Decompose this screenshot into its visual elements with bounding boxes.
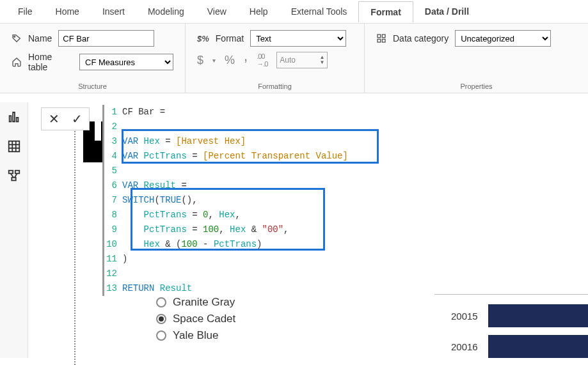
home-icon [12,57,22,67]
svg-rect-1 [377,35,381,38]
report-view-icon[interactable] [7,110,21,124]
group-label-formatting: Formatting [197,82,353,90]
code-line[interactable]: 5 [104,164,348,178]
code-line[interactable]: 11) [104,252,348,267]
currency-button[interactable]: $ [197,54,203,67]
menu-file[interactable]: File [6,1,44,22]
ribbon-tabs: FileHomeInsertModelingViewHelpExternal T… [0,0,588,23]
home-table-label: Home table [28,52,73,72]
data-category-select[interactable]: Uncategorized [455,30,551,47]
svg-rect-15 [12,178,15,181]
code-line[interactable]: 10 Hex & (100 - PctTrans) [104,237,348,252]
dax-editor[interactable]: 1CF Bar =23VAR Hex = [Harvest Hex]4VAR P… [102,105,348,296]
view-switcher [0,102,28,358]
radio-label: Granite Gray [173,296,235,309]
color-radio-list: Granite GraySpace CadetYale Blue [156,294,348,344]
data-view-icon[interactable] [7,139,21,153]
code-line[interactable]: 13RETURN Result [104,281,348,296]
svg-rect-13 [8,171,12,174]
code-line[interactable]: 3VAR Hex = [Harvest Hex] [104,134,348,149]
bar-fill [488,335,588,358]
svg-rect-4 [382,39,385,42]
model-view-icon[interactable] [7,169,21,183]
accept-formula-button[interactable]: ✓ [68,111,85,127]
svg-line-16 [10,173,13,177]
radio-label: Yale Blue [173,329,219,342]
code-line[interactable]: 2 [104,120,348,134]
resize-handle[interactable] [74,110,75,365]
svg-rect-6 [13,113,15,122]
ribbon-group-formatting: $% Format Text $ ▾ % , .00→.0 Auto ▲▼ Fo… [186,24,365,93]
code-line[interactable]: 4VAR PctTrans = [Percent Transparent Val… [104,149,348,164]
cancel-formula-button[interactable]: ✕ [45,111,62,127]
code-line[interactable]: 9 PctTrans = 100, Hex & "00", [104,222,348,237]
bar-row: 20016 [447,331,588,362]
bar-label: 20015 [447,311,488,322]
svg-rect-3 [377,39,381,42]
radio-option[interactable]: Space Cadet [156,311,348,327]
code-line[interactable]: 12 [104,267,348,281]
svg-line-17 [14,173,17,177]
code-line[interactable]: 7SWITCH(TRUE(), [104,193,348,208]
code-line[interactable]: 8 PctTrans = 0, Hex, [104,208,348,222]
menu-data-drill[interactable]: Data / Drill [413,1,481,22]
radio-label: Space Cadet [173,313,235,325]
bar-row: 20015 [447,300,588,331]
tag-icon [12,33,22,43]
ribbon-group-structure: Name Home table CF Measures Structure [0,24,186,93]
group-label-properties: Properties [376,82,576,90]
menu-home[interactable]: Home [44,1,91,22]
svg-rect-7 [16,118,18,121]
menu-modeling[interactable]: Modeling [136,1,196,22]
home-table-select[interactable]: CF Measures [79,54,173,70]
radio-option[interactable]: Granite Gray [156,294,348,311]
ribbon: Name Home table CF Measures Structure $%… [0,23,588,93]
svg-rect-5 [9,116,11,121]
ribbon-group-properties: Data category Uncategorized Properties [365,24,588,93]
bar-label: 20016 [447,341,488,352]
bar-fill [488,304,588,327]
radio-icon [156,297,166,307]
format-select[interactable]: Text [250,30,346,47]
menu-format[interactable]: Format [358,1,413,22]
category-icon [376,33,386,43]
format-label: Format [216,33,244,43]
svg-point-0 [14,36,15,37]
canvas-area: ✕ ✓ 1CF Bar =23VAR Hex = [Harvest Hex]4V… [28,102,588,365]
radio-icon [156,314,166,324]
menu-insert[interactable]: Insert [91,1,136,22]
menu-external-tools[interactable]: External Tools [280,1,359,22]
percent-button[interactable]: % [225,54,235,67]
radio-icon [156,330,166,341]
measure-name-input[interactable] [58,30,154,47]
name-label: Name [28,33,52,43]
code-line[interactable]: 6VAR Result = [104,178,348,193]
svg-rect-8 [8,141,19,152]
category-label: Data category [393,33,449,43]
decimal-places-input[interactable]: Auto ▲▼ [276,52,328,68]
bar-chart-preview: 2001520016 [447,300,588,362]
thousands-button[interactable]: , [244,48,248,65]
decimal-button[interactable]: .00→.0 [257,52,267,68]
menu-view[interactable]: View [196,1,238,22]
svg-rect-14 [15,171,19,174]
menu-help[interactable]: Help [238,1,280,22]
formula-confirm-bar: ✕ ✓ [41,107,90,130]
divider [434,294,588,295]
radio-option[interactable]: Yale Blue [156,327,348,344]
code-line[interactable]: 1CF Bar = [104,105,348,120]
group-label-structure: Structure [12,82,173,90]
svg-rect-2 [382,35,385,38]
